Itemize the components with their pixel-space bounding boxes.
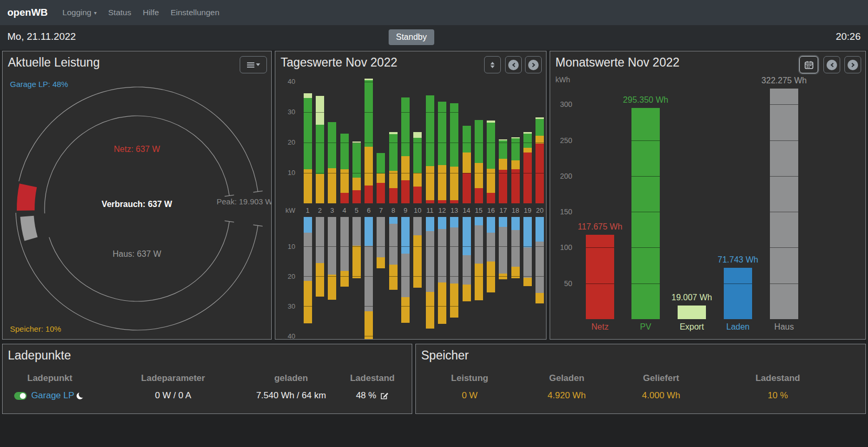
bar-segment-netz [340, 193, 349, 203]
bar-segment-pv [352, 143, 361, 178]
bar-segment-haus [328, 217, 336, 275]
axis-tick-label: 10 [280, 169, 295, 177]
bar-segment-speicher-entladung [523, 148, 532, 152]
edit-soc-button[interactable] [380, 391, 389, 400]
chargepoint-name-link[interactable]: Garage LP [31, 390, 74, 401]
bar-segment-speicher-entladung [511, 160, 520, 169]
bar-value-label: 322.275 Wh [762, 76, 807, 85]
daily-bar-up [401, 97, 410, 203]
gauge-haus-label: Haus: 637 W [3, 249, 271, 259]
bar-segment-pv [487, 123, 495, 169]
bar-segment-laden [487, 217, 495, 233]
daily-bar-up [523, 132, 532, 203]
bar-segment-netz [463, 173, 471, 203]
bar-value-label: 117.675 Wh [577, 222, 622, 232]
daily-bar-down [499, 217, 507, 279]
bar-segment-laden [389, 217, 398, 224]
bar-segment-pv [413, 138, 422, 173]
bar-segment-haus [450, 227, 458, 284]
speicher-geladen-value: 4.920 Wh [523, 390, 610, 401]
bar-segment-pv [463, 126, 471, 152]
bar-segment-pv [450, 103, 458, 167]
bar-segment-speicher-entladung [413, 173, 422, 187]
gridline-overlay [631, 108, 660, 319]
nav-item-einstellungen[interactable]: Einstellungen [170, 8, 219, 17]
col-header: Geliefert [610, 373, 712, 384]
ladeparameter-value: 0 W / 0 A [97, 390, 249, 401]
axis-day-label: 16 [485, 206, 497, 214]
nav-item-label: Logging [62, 8, 91, 17]
axis-day-label: 1 [302, 206, 314, 214]
bar-segment-speicher-entladung [352, 178, 361, 190]
nav-item-hilfe[interactable]: Hilfe [143, 8, 159, 17]
bar-segment-netz [389, 188, 398, 203]
bar-segment-pv [389, 134, 398, 171]
daily-bar-up [377, 153, 385, 203]
bar-segment-haus [352, 217, 361, 246]
bar-segment-speicher-ladung [340, 271, 349, 287]
bar-segment-haus [413, 217, 422, 235]
axis-day-label: 11 [424, 206, 436, 214]
bar-segment-netz [365, 186, 373, 203]
gauge-arc [45, 116, 229, 213]
bar-category-label: Export [680, 322, 704, 332]
bar-segment-laden [426, 217, 434, 231]
nav-item-status[interactable]: Status [108, 8, 131, 17]
app-brand[interactable]: openWB [7, 7, 48, 18]
bar-segment-pv [316, 125, 324, 174]
monthly-bar-export [678, 306, 706, 319]
daily-bar-down [487, 217, 495, 292]
bar-segment-speicher-entladung [401, 156, 410, 180]
daily-bar-up [389, 132, 398, 203]
speicher-leistung-value: 0 W [416, 390, 523, 401]
daily-bar-down [511, 217, 520, 278]
caret-down-icon: ▾ [94, 10, 97, 16]
bar-segment-export [413, 132, 422, 138]
bar-segment-speicher-entladung [450, 167, 458, 200]
axis-tick-label: 30 [280, 302, 295, 310]
daily-bar-down [450, 217, 458, 318]
gauge-arc [16, 213, 258, 330]
daily-bar-down [328, 217, 336, 300]
bar-category-label: Laden [726, 322, 750, 332]
bar-segment-speicher-entladung [389, 171, 398, 188]
nav-item-label: Einstellungen [170, 8, 219, 17]
daily-bar-up [365, 79, 373, 203]
bar-segment-haus [535, 242, 544, 292]
axis-unit-label: kW [280, 206, 295, 214]
bar-segment-speicher-ladung [304, 281, 312, 323]
bar-segment-pv [535, 119, 544, 135]
axis-day-label: 7 [375, 206, 387, 214]
edit-icon [380, 391, 389, 400]
bar-segment-speicher-ladung [487, 261, 495, 292]
axis-day-label: 4 [338, 206, 350, 214]
speicher-ladestand-value: 10 % [712, 390, 843, 401]
gauge-chargepoint-label: Garage LP: 48% [10, 80, 68, 89]
axis-unit-label: kWh [555, 75, 570, 84]
current-time: 20:26 [835, 31, 861, 42]
daily-bar-down [535, 217, 544, 303]
axis-day-label: 12 [436, 206, 448, 214]
gridline-overlay [770, 89, 798, 319]
bar-segment-haus [304, 233, 312, 281]
axis-day-label: 2 [314, 206, 326, 214]
bar-segment-speicher-ladung [328, 275, 336, 300]
navbar: openWB Logging ▾ Status Hilfe Einstellun… [0, 0, 868, 25]
daily-bar-up [413, 132, 422, 203]
chargepoint-toggle-icon[interactable] [14, 392, 27, 400]
bar-segment-speicher-entladung [304, 169, 312, 203]
gauge-netz-label: Netz: 637 W [3, 145, 271, 154]
monthly-bar-haus [770, 89, 798, 319]
bar-segment-pv [511, 138, 520, 160]
axis-tick-label: 20 [280, 138, 295, 146]
panel-tageswerte: Tageswerte Nov 2022 1020304010203040kW12… [275, 51, 546, 340]
gauge-peak-label: Peak: 19.903 W [217, 197, 272, 206]
bar-segment-netz [438, 200, 446, 203]
daily-bar-down [316, 217, 324, 297]
axis-day-label: 19 [521, 206, 533, 214]
daily-bar-up [438, 102, 446, 203]
bar-segment-haus [401, 254, 410, 297]
nav-item-logging[interactable]: Logging ▾ [62, 8, 97, 17]
bar-segment-pv [401, 97, 410, 156]
bar-segment-netz [487, 193, 495, 203]
